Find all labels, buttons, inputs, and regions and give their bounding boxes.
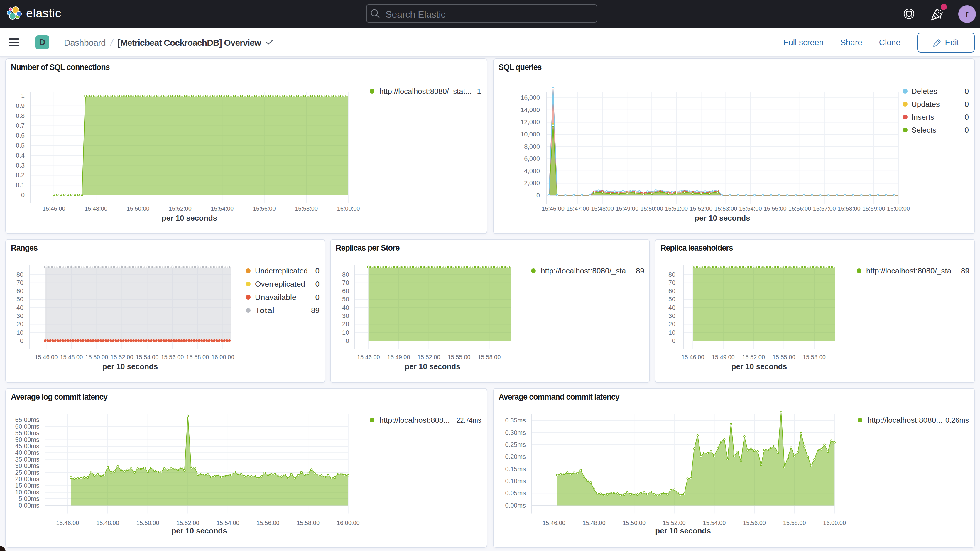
svg-text:15:54:00: 15:54:00: [703, 519, 725, 526]
svg-text:70: 70: [668, 279, 675, 287]
svg-text:Selects: Selects: [912, 126, 936, 134]
svg-text:Updates: Updates: [912, 100, 940, 108]
svg-text:Underreplicated: Underreplicated: [255, 266, 308, 275]
svg-text:15:50:00: 15:50:00: [127, 205, 150, 212]
svg-text:0.05ms: 0.05ms: [505, 490, 526, 497]
svg-text:15:55:00: 15:55:00: [773, 354, 795, 360]
svg-text:15:58:00: 15:58:00: [478, 354, 501, 360]
svg-text:15:57:00: 15:57:00: [813, 205, 836, 212]
svg-text:http://localhost:8080/_stat...: http://localhost:8080/_stat...: [379, 87, 471, 96]
svg-text:15:54:00: 15:54:00: [135, 354, 158, 360]
svg-text:10: 10: [16, 329, 24, 336]
svg-text:15:48:00: 15:48:00: [583, 519, 606, 526]
svg-text:15:56:00: 15:56:00: [788, 205, 811, 212]
svg-text:Deletes: Deletes: [912, 87, 937, 96]
svg-text:40: 40: [16, 304, 24, 311]
svg-text:0: 0: [536, 192, 540, 199]
svg-text:0: 0: [965, 100, 969, 108]
svg-text:6,000: 6,000: [524, 155, 540, 162]
svg-text:50.00ms: 50.00ms: [15, 436, 39, 443]
svg-text:per 10 seconds: per 10 seconds: [102, 362, 158, 371]
svg-text:15:48:00: 15:48:00: [96, 519, 119, 526]
svg-text:15:46:00: 15:46:00: [56, 519, 79, 526]
svg-text:15:50:00: 15:50:00: [623, 519, 646, 526]
svg-text:30.00ms: 30.00ms: [15, 462, 39, 470]
svg-text:0.7: 0.7: [16, 122, 25, 129]
svg-text:50: 50: [16, 296, 24, 303]
svg-text:12,000: 12,000: [520, 118, 540, 126]
svg-text:89: 89: [311, 306, 320, 315]
svg-text:0: 0: [20, 338, 24, 344]
svg-text:50: 50: [668, 296, 675, 303]
svg-text:15:52:00: 15:52:00: [689, 205, 713, 212]
svg-text:0: 0: [672, 338, 675, 344]
svg-text:15:58:00: 15:58:00: [783, 519, 806, 526]
svg-text:15:56:00: 15:56:00: [161, 354, 184, 360]
svg-text:15:52:00: 15:52:00: [742, 354, 765, 360]
svg-text:0.6: 0.6: [16, 132, 25, 139]
svg-text:15:47:00: 15:47:00: [566, 205, 589, 212]
svg-text:15:46:00: 15:46:00: [542, 205, 565, 212]
svg-text:65.00ms: 65.00ms: [15, 416, 39, 424]
svg-text:15:58:00: 15:58:00: [186, 354, 209, 360]
svg-text:Overreplicated: Overreplicated: [255, 280, 305, 288]
svg-text:14,000: 14,000: [520, 107, 540, 113]
svg-text:http://localhost:8080/_sta...: http://localhost:8080/_sta...: [541, 266, 632, 275]
svg-text:15:54:00: 15:54:00: [216, 519, 239, 526]
svg-text:15:46:00: 15:46:00: [43, 205, 65, 212]
svg-text:Inserts: Inserts: [912, 113, 934, 121]
svg-text:15:52:00: 15:52:00: [417, 354, 441, 360]
svg-text:40: 40: [668, 304, 675, 311]
svg-text:89: 89: [961, 266, 969, 275]
svg-text:15:50:00: 15:50:00: [137, 519, 159, 526]
svg-text:15:46:00: 15:46:00: [681, 354, 704, 360]
svg-text:per 10 seconds: per 10 seconds: [695, 213, 750, 222]
svg-text:0: 0: [965, 113, 969, 121]
svg-text:15:46:00: 15:46:00: [542, 519, 565, 526]
svg-text:30: 30: [16, 312, 24, 320]
svg-text:30: 30: [668, 312, 675, 320]
svg-text:55.00ms: 55.00ms: [15, 430, 39, 436]
svg-text:0.00ms: 0.00ms: [19, 502, 39, 509]
svg-text:15:58:00: 15:58:00: [803, 354, 826, 360]
svg-text:15:51:00: 15:51:00: [665, 205, 688, 212]
svg-text:80: 80: [16, 271, 24, 278]
svg-text:15:56:00: 15:56:00: [257, 519, 280, 526]
svg-text:15:48:00: 15:48:00: [591, 205, 614, 212]
svg-text:16:00:00: 16:00:00: [337, 205, 360, 212]
svg-text:15.00ms: 15.00ms: [15, 482, 39, 489]
svg-text:40: 40: [342, 304, 349, 311]
svg-text:30: 30: [342, 312, 349, 320]
svg-text:15:46:00: 15:46:00: [35, 354, 57, 360]
svg-text:0.26ms: 0.26ms: [945, 416, 969, 425]
svg-text:8,000: 8,000: [524, 143, 540, 150]
svg-text:0.10ms: 0.10ms: [505, 478, 526, 485]
svg-text:10: 10: [342, 329, 349, 336]
svg-text:15:49:00: 15:49:00: [712, 354, 735, 360]
svg-text:15:52:00: 15:52:00: [110, 354, 133, 360]
svg-text:15:52:00: 15:52:00: [663, 519, 686, 526]
svg-text:0: 0: [21, 191, 25, 199]
svg-text:per 10 seconds: per 10 seconds: [162, 213, 217, 222]
svg-text:0: 0: [315, 266, 320, 275]
svg-text:80: 80: [342, 271, 349, 278]
svg-text:89: 89: [636, 266, 644, 275]
svg-text:per 10 seconds: per 10 seconds: [732, 362, 787, 371]
svg-text:10.00ms: 10.00ms: [15, 489, 39, 496]
svg-text:0.00ms: 0.00ms: [505, 502, 526, 509]
svg-text:http://localhost:8080/_sta...: http://localhost:8080/_sta...: [866, 266, 958, 275]
svg-text:16,000: 16,000: [520, 94, 540, 101]
svg-text:http://localhost:808...: http://localhost:808...: [379, 416, 450, 425]
svg-text:15:56:00: 15:56:00: [253, 205, 276, 212]
svg-text:0: 0: [965, 126, 969, 134]
svg-text:15:59:00: 15:59:00: [862, 205, 885, 212]
svg-text:0.5: 0.5: [16, 142, 25, 149]
svg-text:1: 1: [477, 87, 481, 96]
svg-text:60: 60: [342, 288, 349, 295]
svg-text:0.30ms: 0.30ms: [505, 429, 526, 436]
svg-text:10: 10: [668, 329, 675, 336]
svg-text:35.00ms: 35.00ms: [15, 456, 39, 463]
svg-text:16:00:00: 16:00:00: [337, 519, 360, 526]
svg-text:16:00:00: 16:00:00: [823, 519, 846, 526]
svg-text:15:58:00: 15:58:00: [297, 519, 320, 526]
